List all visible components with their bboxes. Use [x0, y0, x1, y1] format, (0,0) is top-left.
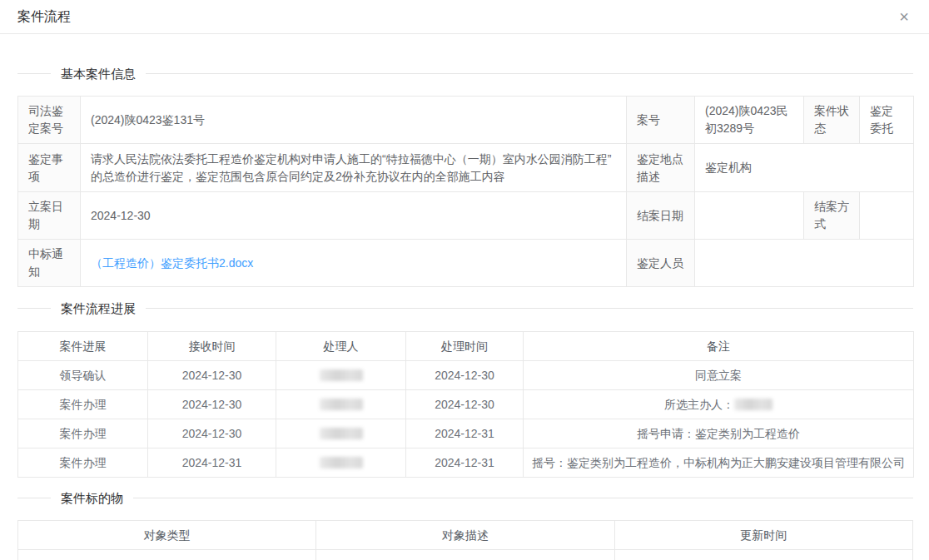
subject-table: 对象类型 对象描述 更新时间: [17, 520, 913, 560]
progress-header-row: 案件进展 接收时间 处理人 处理时间 备注: [18, 332, 914, 361]
table-row: 立案日期 2024-12-30 结案日期 结案方式: [18, 192, 914, 240]
table-row: 鉴定事项 请求人民法院依法委托工程造价鉴定机构对申请人施工的“特拉福德中心（一期…: [18, 144, 914, 192]
table-row: 案件办理 2024-12-30 2024-12-30 所选主办人：: [18, 390, 914, 419]
stage-cell: 领导确认: [18, 361, 148, 390]
table-row: 案件办理 2024-12-31 2024-12-31 摇号：鉴定类别为工程造价，…: [18, 448, 914, 478]
col-header-handled-time: 处理时间: [406, 332, 524, 361]
redacted-handler-name: [320, 369, 363, 381]
table-row: 案件办理 2024-12-30 2024-12-31 摇号申请：鉴定类别为工程造…: [18, 419, 914, 448]
progress-table: 案件进展 接收时间 处理人 处理时间 备注 领导确认 2024-12-30 20…: [17, 331, 914, 478]
received-time-cell: 2024-12-30: [148, 419, 276, 448]
received-time-cell: 2024-12-31: [148, 448, 276, 478]
note-cell: 摇号：鉴定类别为工程造价，中标机构为正大鹏安建设项目管理有限公司: [524, 448, 914, 478]
case-status-label: 案件状态: [804, 97, 860, 144]
col-header-handler: 处理人: [276, 332, 406, 361]
location-value: 鉴定机构: [695, 144, 914, 192]
appraisal-matter-value: 请求人民法院依法委托工程造价鉴定机构对申请人施工的“特拉福德中心（一期）室内水公…: [81, 144, 627, 192]
close-date-value: [695, 192, 804, 240]
handler-cell: [276, 419, 406, 448]
stage-cell: 案件办理: [18, 419, 148, 448]
note-cell: 摇号申请：鉴定类别为工程造价: [524, 419, 914, 448]
case-process-modal: 案件流程 × 基本案件信息 司法鉴定案号 (2024)陕0423鉴131号 案号…: [0, 0, 929, 560]
close-date-label: 结案日期: [627, 192, 695, 240]
case-no-label: 案号: [627, 97, 695, 144]
col-header-note: 备注: [524, 332, 914, 361]
redacted-handler-name: [320, 457, 363, 468]
award-notice-label: 中标通知: [18, 240, 81, 287]
modal-title: 案件流程: [17, 8, 71, 26]
section-divider-basic-info: 基本案件信息: [17, 73, 913, 74]
note-cell: 同意立案: [524, 361, 914, 390]
section-title-basic-info: 基本案件信息: [51, 66, 146, 82]
note-prefix: 所选主办人：: [664, 398, 734, 411]
subject-header-row: 对象类型 对象描述 更新时间: [18, 521, 913, 550]
redacted-handler-name: [320, 428, 363, 439]
handled-time-cell: 2024-12-30: [406, 361, 524, 390]
modal-body: 基本案件信息 司法鉴定案号 (2024)陕0423鉴131号 案号 (2024)…: [0, 73, 929, 560]
handler-cell: [276, 390, 406, 419]
received-time-cell: 2024-12-30: [148, 361, 276, 390]
redacted-handler-name: [320, 399, 363, 410]
table-row: [18, 550, 913, 560]
stage-cell: 案件办理: [18, 448, 148, 478]
section-title-progress: 案件流程进展: [51, 300, 146, 316]
table-row: 司法鉴定案号 (2024)陕0423鉴131号 案号 (2024)陕0423民初…: [18, 97, 914, 144]
appraiser-label: 鉴定人员: [627, 240, 695, 287]
col-header-object-type: 对象类型: [18, 521, 316, 550]
basic-info-table: 司法鉴定案号 (2024)陕0423鉴131号 案号 (2024)陕0423民初…: [17, 96, 914, 287]
close-method-value: [860, 192, 914, 240]
section-title-subject: 案件标的物: [51, 490, 133, 506]
case-no-value: (2024)陕0423民初3289号: [695, 97, 804, 144]
note-cell: 所选主办人：: [524, 390, 914, 419]
location-label: 鉴定地点描述: [627, 144, 695, 192]
handled-time-cell: 2024-12-30: [406, 390, 524, 419]
handled-time-cell: 2024-12-31: [406, 448, 524, 478]
col-header-updated-time: 更新时间: [614, 521, 912, 550]
award-notice-cell: （工程造价）鉴定委托书2.docx: [81, 240, 627, 287]
section-divider-progress: 案件流程进展: [17, 308, 913, 309]
empty-cell: [614, 550, 912, 560]
col-header-received-time: 接收时间: [148, 332, 276, 361]
stage-cell: 案件办理: [18, 390, 148, 419]
handler-cell: [276, 361, 406, 390]
table-row: 领导确认 2024-12-30 2024-12-30 同意立案: [18, 361, 914, 390]
redacted-owner-name: [734, 399, 773, 410]
handler-cell: [276, 448, 406, 478]
judicial-case-no-value: (2024)陕0423鉴131号: [81, 97, 627, 144]
handled-time-cell: 2024-12-31: [406, 419, 524, 448]
received-time-cell: 2024-12-30: [148, 390, 276, 419]
award-notice-file-link[interactable]: （工程造价）鉴定委托书2.docx: [91, 256, 253, 270]
col-header-object-desc: 对象描述: [316, 521, 614, 550]
empty-cell: [18, 550, 316, 560]
modal-header: 案件流程 ×: [0, 0, 929, 34]
filing-date-value: 2024-12-30: [81, 192, 627, 240]
table-row: 中标通知 （工程造价）鉴定委托书2.docx 鉴定人员: [18, 240, 914, 287]
filing-date-label: 立案日期: [18, 192, 81, 240]
empty-cell: [316, 550, 614, 560]
appraisal-matter-label: 鉴定事项: [18, 144, 81, 192]
appraiser-value: [695, 240, 914, 287]
close-icon[interactable]: ×: [899, 8, 909, 25]
section-divider-subject: 案件标的物: [17, 498, 913, 498]
close-method-label: 结案方式: [804, 192, 860, 240]
col-header-stage: 案件进展: [18, 332, 148, 361]
case-status-value: 鉴定委托: [860, 97, 914, 144]
judicial-case-no-label: 司法鉴定案号: [18, 97, 81, 144]
